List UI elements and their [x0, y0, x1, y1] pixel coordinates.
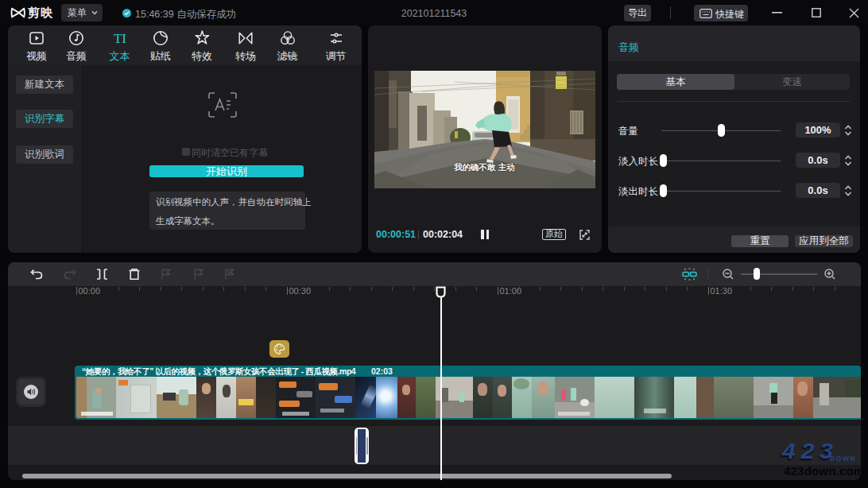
- svg-text:我的确不敢 主动: 我的确不敢 主动: [453, 162, 515, 172]
- svg-text:TI: TI: [113, 31, 126, 46]
